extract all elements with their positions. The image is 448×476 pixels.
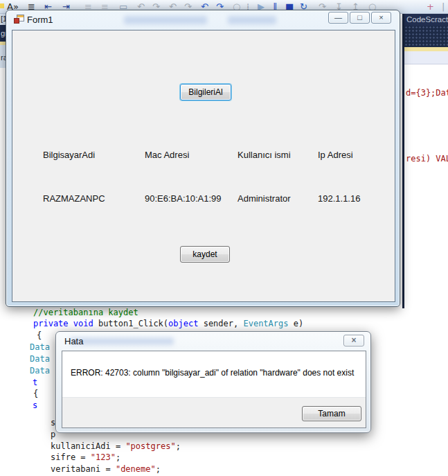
code-line: kullaniciAdi = "postgres";: [51, 441, 181, 451]
code-line: s: [33, 400, 37, 410]
code-line: t: [33, 378, 37, 387]
code-fragment: resi) VALUES: [406, 154, 448, 164]
column-label-2: Kullanıcı ismi: [238, 150, 291, 160]
code-line: Data: [30, 354, 50, 364]
column-labels: BilgisayarAdiMac AdresiKullanıcı ismiIp …: [12, 150, 395, 161]
form1-client-area: BilgileriAl BilgisayarAdiMac AdresiKulla…: [12, 30, 395, 302]
minimize-icon[interactable]: —: [328, 12, 348, 24]
hata-dialog: Hata × ERROR: 42703: column "bilgisayar_…: [55, 331, 371, 433]
toolbar-separator[interactable]: |: [442, 0, 445, 13]
right-window-title: CodeScracter_: [404, 14, 448, 26]
kaydet-button[interactable]: kaydet: [180, 246, 230, 263]
code-line: p: [51, 430, 55, 439]
close-icon[interactable]: ×: [371, 12, 391, 24]
background-right-pane: CodeScracter_ d={3};Databaresi) VALUES: [402, 14, 448, 308]
glass-reflection: [124, 16, 207, 24]
code-line: sifre = "123";: [51, 452, 120, 462]
code-line: veritabani = "deneme";: [51, 464, 161, 474]
hata-titlebar[interactable]: Hata: [56, 332, 370, 351]
form-icon: [14, 15, 25, 25]
code-line: {: [37, 330, 42, 340]
code-line: Data: [30, 342, 50, 352]
glass-reflection: [70, 337, 174, 345]
error-message: ERROR: 42703: column "bilgisayar_adi" of…: [71, 368, 354, 378]
maximize-icon[interactable]: □: [350, 12, 370, 24]
form1-window: Form1 — □ × BilgileriAl BilgisayarAdiMac…: [6, 10, 400, 307]
column-label-1: Mac Adresi: [145, 150, 189, 160]
bilgileri-al-button[interactable]: BilgileriAl: [180, 84, 231, 100]
row-value-0: RAZMAZANPC: [43, 193, 105, 204]
form1-titlebar[interactable]: Form1 — □ ×: [6, 10, 400, 30]
data-row: RAZMAZANPC90:E6:BA:10:A1:99Administrator…: [12, 193, 395, 204]
code-line: {: [33, 389, 38, 398]
dialog-content-panel: ERROR: 42703: column "bilgisayar_adi" of…: [62, 351, 366, 428]
code-line: Data: [30, 366, 50, 376]
code-line: private void button1_Click(object sender…: [33, 319, 303, 328]
row-value-2: Administrator: [238, 193, 291, 204]
tamam-button[interactable]: Tamam: [302, 406, 361, 421]
code-line: //veritabanına kaydet: [33, 308, 138, 317]
right-chrome-texture: [404, 26, 448, 47]
add-breakpoint-icon[interactable]: +: [427, 0, 434, 13]
code-fragment: d={3};Databa: [406, 88, 448, 98]
window-fragment: [0, 3, 4, 8]
row-value-3: 192.1.1.16: [318, 193, 360, 204]
column-label-3: Ip Adresi: [318, 150, 353, 160]
glass-reflection: [228, 16, 276, 24]
row-value-1: 90:E6:BA:10:A1:99: [145, 193, 222, 204]
right-light-strip: [404, 51, 448, 64]
window-title: Form1: [27, 15, 53, 25]
dialog-title: Hata: [64, 336, 83, 346]
column-label-0: BilgisayarAdi: [43, 150, 95, 160]
dialog-footer: Tamam: [62, 397, 366, 427]
close-icon[interactable]: ×: [343, 335, 364, 346]
